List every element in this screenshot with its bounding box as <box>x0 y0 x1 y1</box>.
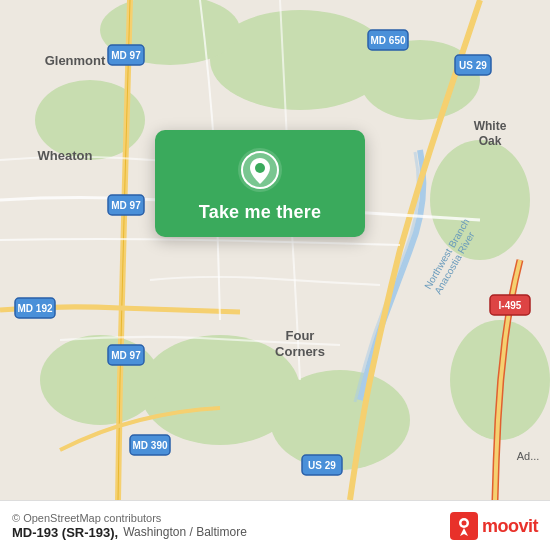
moovit-icon <box>450 512 478 540</box>
svg-text:MD 97: MD 97 <box>111 350 141 361</box>
svg-text:White: White <box>474 119 507 133</box>
map-pin-icon <box>238 148 282 192</box>
svg-text:MD 390: MD 390 <box>132 440 167 451</box>
svg-text:Glenmont: Glenmont <box>45 53 106 68</box>
take-me-there-card[interactable]: Take me there <box>155 130 365 237</box>
svg-text:US 29: US 29 <box>459 60 487 71</box>
moovit-label: moovit <box>482 516 538 537</box>
svg-text:MD 650: MD 650 <box>370 35 405 46</box>
svg-text:Oak: Oak <box>479 134 502 148</box>
svg-point-5 <box>430 140 530 260</box>
moovit-logo: moovit <box>450 512 538 540</box>
take-me-there-button-label: Take me there <box>199 202 321 223</box>
svg-text:MD 97: MD 97 <box>111 200 141 211</box>
svg-text:MD 192: MD 192 <box>17 303 52 314</box>
route-info: © OpenStreetMap contributors MD-193 (SR-… <box>12 512 247 540</box>
svg-text:Wheaton: Wheaton <box>38 148 93 163</box>
svg-text:Ad...: Ad... <box>517 450 540 462</box>
route-subtitle: Washington / Baltimore <box>123 525 247 539</box>
route-title: MD-193 (SR-193), <box>12 525 118 540</box>
svg-text:US 29: US 29 <box>308 460 336 471</box>
bottom-bar: © OpenStreetMap contributors MD-193 (SR-… <box>0 500 550 550</box>
svg-point-42 <box>461 521 466 526</box>
copyright-text: © OpenStreetMap contributors <box>12 512 239 524</box>
svg-text:I-495: I-495 <box>499 300 522 311</box>
svg-point-39 <box>255 163 265 173</box>
svg-text:MD 97: MD 97 <box>111 50 141 61</box>
svg-text:Four: Four <box>286 328 315 343</box>
map-container: MD 97 MD 97 MD 97 MD 650 US 29 MD 192 MD… <box>0 0 550 500</box>
svg-text:Corners: Corners <box>275 344 325 359</box>
